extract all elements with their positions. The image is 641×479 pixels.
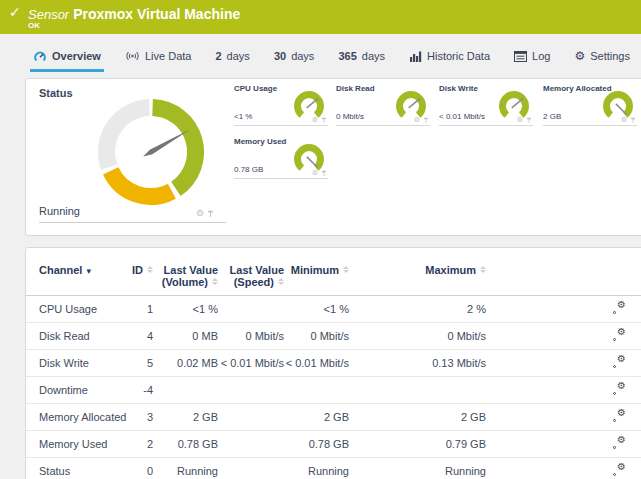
- gauge-settings-gear-icon[interactable]: ⚙: [517, 117, 523, 124]
- sensor-status-badge: OK: [28, 21, 40, 30]
- sort-icon: [212, 278, 218, 285]
- channel-settings-icon[interactable]: ⚙: [613, 410, 626, 422]
- tab-label: Log: [532, 50, 550, 62]
- table-header-row: Channel▾ ID Last Value (Volume) Last Val…: [26, 248, 641, 296]
- tab-2-days[interactable]: 2 days: [212, 43, 252, 71]
- gauge-settings-gear-icon[interactable]: ⚙: [414, 117, 420, 124]
- channel-settings-icon[interactable]: ⚙: [613, 464, 626, 476]
- tile-value: < 0.01 Mbit/s: [439, 112, 485, 121]
- sort-icon: [278, 278, 284, 285]
- table-row[interactable]: CPU Usage 1 <1 % <1 % 2 % ⚙: [26, 296, 641, 323]
- tab-overview[interactable]: Overview: [30, 43, 104, 72]
- bar-chart-icon: [409, 50, 422, 62]
- sensor-kind-label: Sensor: [28, 7, 69, 22]
- gauge-tile-cpu-usage: CPU Usage <1 % ⚙: [234, 84, 328, 126]
- gauge-settings-gear-icon[interactable]: ⚙: [196, 209, 204, 218]
- column-header-last-value-volume[interactable]: Last Value (Volume): [153, 248, 218, 296]
- column-header-channel[interactable]: Channel▾: [26, 248, 121, 296]
- status-gauge-title: Status: [39, 87, 73, 99]
- tile-value: 0 Mbit/s: [336, 112, 364, 121]
- tab-log[interactable]: Log: [511, 43, 553, 71]
- column-header-last-value-speed[interactable]: Last Value (Speed): [218, 248, 284, 296]
- pin-icon[interactable]: [321, 117, 327, 124]
- sort-icon: [480, 266, 486, 273]
- pin-icon[interactable]: [423, 117, 429, 124]
- sensor-header: ✓ SensorProxmox Virtual Machine OK: [0, 0, 641, 34]
- tile-value: <1 %: [234, 112, 252, 121]
- column-header-maximum[interactable]: Maximum: [349, 248, 486, 296]
- gauge-tile-memory-allocated: Memory Allocated 2 GB ⚙: [543, 84, 637, 126]
- column-header-id[interactable]: ID: [121, 248, 153, 296]
- tab-365-days[interactable]: 365 days: [335, 43, 388, 71]
- sort-desc-icon: ▾: [86, 266, 91, 276]
- gauge-icon: [33, 50, 47, 63]
- tab-live-data[interactable]: Live Data: [122, 43, 194, 71]
- pin-icon[interactable]: [321, 170, 327, 177]
- tab-historic-data[interactable]: Historic Data: [406, 43, 493, 71]
- channel-table-panel: Channel▾ ID Last Value (Volume) Last Val…: [25, 247, 641, 479]
- tile-value: 2 GB: [543, 112, 561, 121]
- gauge-tile-memory-used: Memory Used 0.78 GB ⚙: [234, 137, 328, 179]
- tab-label: Historic Data: [427, 50, 490, 62]
- status-donut-gauge: [91, 92, 211, 212]
- status-gauge-value: Running: [39, 205, 80, 217]
- gauge-settings-gear-icon[interactable]: ⚙: [621, 117, 627, 124]
- tab-label: Settings: [590, 50, 630, 62]
- tab-settings[interactable]: ⚙ Settings: [571, 43, 633, 71]
- overview-gauges-panel: Status Running ⚙ CPU Usage <1 % ⚙ Disk R…: [25, 78, 641, 236]
- column-header-minimum[interactable]: Minimum: [284, 248, 349, 296]
- tab-label: Live Data: [145, 50, 191, 62]
- gear-icon: ⚙: [574, 50, 585, 62]
- gauge-tile-disk-read: Disk Read 0 Mbit/s ⚙: [336, 84, 430, 126]
- pin-icon[interactable]: [207, 210, 214, 218]
- broadcast-icon: [125, 50, 140, 62]
- channel-settings-icon[interactable]: ⚙: [613, 383, 626, 395]
- ok-check-icon: ✓: [9, 5, 21, 19]
- table-row[interactable]: Disk Write 5 0.02 MB < 0.01 Mbit/s < 0.0…: [26, 350, 641, 377]
- divider: [39, 222, 226, 223]
- channel-settings-icon[interactable]: ⚙: [613, 329, 626, 341]
- tab-label: Overview: [52, 50, 101, 62]
- gauge-needle: [143, 129, 191, 157]
- sensor-title: Proxmox Virtual Machine: [73, 6, 240, 22]
- pin-icon[interactable]: [526, 117, 532, 124]
- pin-icon[interactable]: [630, 117, 636, 124]
- channel-table: Channel▾ ID Last Value (Volume) Last Val…: [26, 248, 641, 479]
- tab-30-days[interactable]: 30 days: [271, 43, 318, 71]
- table-row[interactable]: Memory Allocated 3 2 GB 2 GB 2 GB ⚙: [26, 404, 641, 431]
- table-row[interactable]: Disk Read 4 0 MB 0 Mbit/s 0 Mbit/s 0 Mbi…: [26, 323, 641, 350]
- gauge-tile-disk-write: Disk Write < 0.01 Mbit/s ⚙: [439, 84, 533, 126]
- table-row[interactable]: Memory Used 2 0.78 GB 0.78 GB 0.79 GB ⚙: [26, 431, 641, 458]
- tile-value: 0.78 GB: [234, 165, 263, 174]
- log-list-icon: [514, 51, 527, 62]
- gauge-settings-gear-icon[interactable]: ⚙: [312, 117, 318, 124]
- table-row[interactable]: Downtime -4 ⚙: [26, 377, 641, 404]
- gauge-settings-gear-icon[interactable]: ⚙: [312, 170, 318, 177]
- sort-icon: [343, 266, 349, 273]
- channel-settings-icon[interactable]: ⚙: [613, 356, 626, 368]
- channel-settings-icon[interactable]: ⚙: [613, 302, 626, 314]
- tab-bar: Overview Live Data 2 days 30 days 365 da…: [0, 34, 641, 78]
- channel-settings-icon[interactable]: ⚙: [613, 437, 626, 449]
- table-row[interactable]: Status 0 Running Running Running ⚙: [26, 458, 641, 479]
- sort-icon: [147, 266, 153, 273]
